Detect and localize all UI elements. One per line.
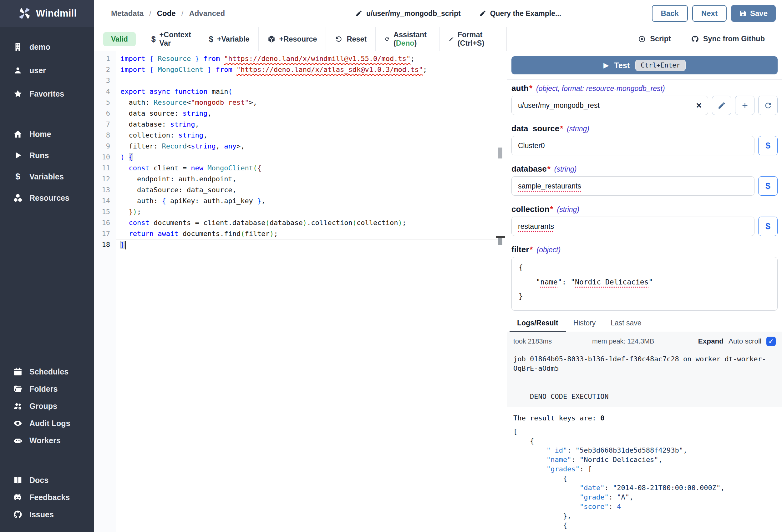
tab-last-save[interactable]: Last save [603, 319, 649, 332]
sidebar-item-issues[interactable]: Issues [0, 507, 94, 522]
format-button[interactable]: Format (Ctrl+S) [440, 27, 500, 51]
code-line-5[interactable]: 5 auth: Resource<"mongodb_rest">, [94, 97, 506, 108]
add-variable-button[interactable]: $ +Variable [200, 27, 259, 51]
code-line-8[interactable]: 8 collection: string, [94, 130, 506, 141]
reset-button[interactable]: Reset [326, 27, 376, 51]
result-output: The result keys are: 0 [ { "_id": "5eb3d… [507, 407, 782, 532]
code-line-17[interactable]: 17 return await documents.find(filter); [94, 228, 506, 239]
result-json-line: { [513, 474, 776, 483]
back-button[interactable]: Back [652, 5, 688, 22]
sidebar-item-user[interactable]: user [0, 63, 94, 78]
tab-advanced[interactable]: Advanced [189, 9, 225, 18]
code-line-11[interactable]: 11 const client = new MongoClient({ [94, 162, 506, 174]
code-line-6[interactable]: 6 data_source: string, [94, 108, 506, 119]
collection-var-picker-button[interactable]: $ [758, 217, 778, 236]
run-duration: took 2183ms [513, 338, 592, 345]
tab-history[interactable]: History [566, 319, 603, 332]
next-button[interactable]: Next [692, 5, 726, 22]
expand-button[interactable]: Expand [698, 337, 723, 345]
code-line-14[interactable]: 14 auth: { apiKey: auth.api_key }, [94, 195, 506, 206]
sidebar-item-docs[interactable]: Docs [0, 472, 94, 488]
sync-from-github-button[interactable]: Sync from Github [691, 35, 765, 43]
code-line-10[interactable]: 10) { [94, 152, 506, 162]
code-line-15[interactable]: 15 }); [94, 206, 506, 217]
result-json-line: "grade": "A", [513, 493, 776, 502]
field-database: database * (string) sample_restaurants $ [511, 164, 778, 196]
sidebar-item-audit-logs[interactable]: Audit Logs [0, 415, 94, 431]
edit-resource-button[interactable] [712, 96, 731, 115]
save-button[interactable]: Save [731, 5, 776, 22]
code-line-16[interactable]: 16 const documents = client.database(dat… [94, 217, 506, 228]
pencil-icon [479, 10, 487, 17]
line-number: 8 [94, 130, 110, 141]
code-line-18[interactable]: 18} [94, 239, 506, 250]
test-button[interactable]: ▶ Test Ctrl+Enter [511, 56, 778, 74]
code-line-2[interactable]: 2import { MongoClient } from "https://de… [94, 64, 506, 75]
script-path-edit[interactable]: u/user/my_mongodb_script [355, 9, 461, 18]
code-line-4[interactable]: 4export async function main( [94, 86, 506, 97]
results-section: Logs/ResultHistoryLast save took 2183ms … [507, 317, 782, 532]
sidebar-item-label: Favorites [29, 89, 64, 99]
code-line-3[interactable]: 3 [94, 75, 506, 86]
code-line-12[interactable]: 12 endpoint: auth.endpoint, [94, 174, 506, 184]
sidebar-item-variables[interactable]: $Variables [0, 169, 94, 184]
database-input[interactable]: sample_restaurants [511, 176, 754, 196]
sidebar-item-runs[interactable]: Runs [0, 148, 94, 163]
script-kind-button[interactable]: Script [638, 35, 671, 43]
collection-input[interactable]: restaurants [511, 217, 754, 236]
refresh-icon [764, 101, 772, 110]
script-summary-edit[interactable]: Query the Example... [479, 9, 562, 18]
sidebar-item-demo[interactable]: demo [0, 39, 94, 55]
tab-logs-result[interactable]: Logs/Result [509, 319, 566, 332]
code-line-7[interactable]: 7 database: string, [94, 119, 506, 130]
log-line [513, 383, 776, 392]
sidebar-item-schedules[interactable]: Schedules [0, 364, 94, 379]
sidebar-item-home[interactable]: Home [0, 126, 94, 142]
auth-resource-input[interactable]: u/user/my_mongodb_rest × [511, 96, 708, 115]
database-var-picker-button[interactable]: $ [758, 176, 778, 196]
code-line-1[interactable]: 1import { Resource } from "https://deno.… [94, 53, 506, 64]
sidebar-item-label: Runs [29, 151, 49, 160]
result-json-line: { [513, 436, 776, 446]
run-statusbar: took 2183ms mem peak: 124.3MB Expand Aut… [507, 332, 782, 350]
result-json-line: "score": 4 [513, 502, 776, 511]
refresh-resource-button[interactable] [758, 96, 778, 115]
code-line-9[interactable]: 9 filter: Record<string, any>, [94, 141, 506, 152]
filter-json-line: { [519, 260, 771, 275]
editor-scrollbar-thumb[interactable] [498, 148, 502, 158]
field-auth: auth * (object, format: resource-mongodb… [511, 83, 778, 115]
add-resource-inline-button[interactable] [735, 96, 754, 115]
folder-icon [13, 384, 23, 393]
run-mem-peak: mem peak: 124.3MB [592, 338, 654, 345]
auto-scroll-checkbox[interactable]: ✓ [767, 337, 776, 346]
result-json-line: [ [513, 427, 776, 436]
code-editor[interactable]: 1import { Resource } from "https://deno.… [94, 51, 506, 532]
tab-metadata[interactable]: Metadata [111, 9, 144, 18]
line-number: 15 [94, 206, 110, 217]
add-context-var-button[interactable]: $ +Context Var [143, 27, 200, 51]
sidebar-item-groups[interactable]: Groups [0, 398, 94, 414]
assistant-button[interactable]: Assistant (Deno) [376, 27, 440, 51]
sidebar-item-resources[interactable]: Resources [0, 190, 94, 206]
refresh-icon [384, 35, 390, 43]
data-source-var-picker-button[interactable]: $ [758, 136, 778, 155]
code-line-13[interactable]: 13 dataSource: data_source, [94, 184, 506, 195]
sidebar-item-feedbacks[interactable]: Feedbacks [0, 490, 94, 505]
windmill-logo[interactable]: Windmill [0, 0, 94, 27]
filter-json-editor[interactable]: { "name": "Nordic Delicacies"} [511, 257, 778, 311]
line-number: 7 [94, 119, 110, 130]
test-shortcut-badge: Ctrl+Enter [635, 60, 685, 71]
log-line: --- DENO CODE EXECUTION --- [513, 392, 776, 401]
editor-scrollbar[interactable] [498, 51, 503, 532]
data-source-input[interactable]: Cluster0 [511, 136, 754, 155]
required-asterisk: * [550, 204, 553, 214]
tab-code[interactable]: Code [157, 9, 176, 18]
clear-icon[interactable]: × [696, 101, 702, 110]
sidebar-item-favorites[interactable]: Favorites [0, 86, 94, 102]
reset-label: Reset [347, 35, 366, 43]
required-asterisk: * [560, 124, 563, 134]
add-resource-button[interactable]: +Resource [259, 27, 326, 51]
sidebar-item-workers[interactable]: Workers [0, 432, 94, 448]
sidebar-item-label: Workers [29, 436, 61, 445]
sidebar-item-folders[interactable]: Folders [0, 381, 94, 397]
